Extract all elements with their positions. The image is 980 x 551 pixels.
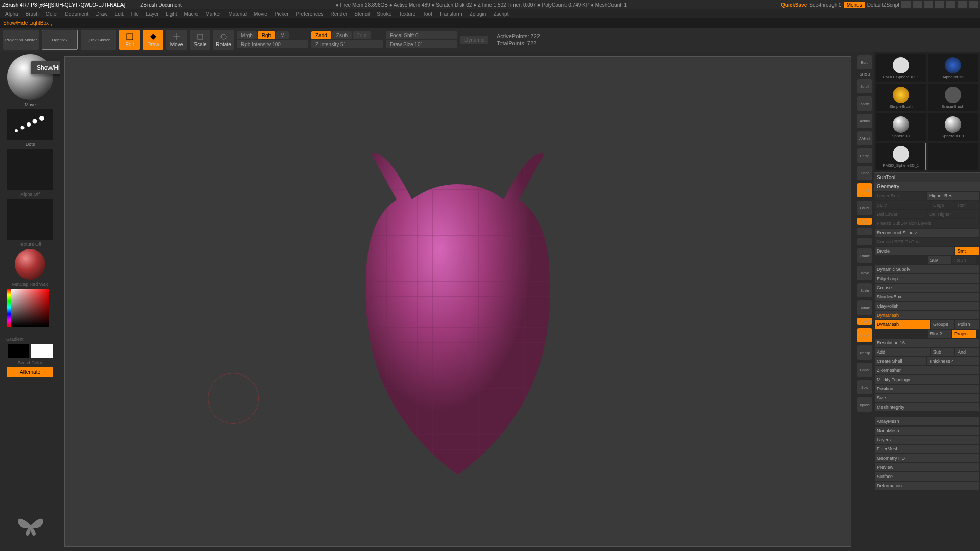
tool-slot-4[interactable]: Sphere3D — [876, 113, 926, 141]
dynamic-subdiv-header[interactable]: Dynamic Subdiv — [875, 265, 979, 273]
del-lower-button[interactable]: Del Lower — [875, 210, 926, 218]
close-button[interactable] — [969, 1, 978, 8]
actual-button[interactable]: Actual — [857, 114, 872, 128]
menu-light[interactable]: Light — [166, 11, 177, 17]
menu-material[interactable]: Material — [229, 11, 247, 17]
tool-slot-7[interactable] — [928, 143, 978, 170]
hue-strip[interactable] — [7, 289, 11, 327]
scale-nav-button[interactable]: Scale — [857, 283, 872, 297]
arraymesh-header[interactable]: ArrayMesh — [875, 417, 979, 425]
menu-picker[interactable]: Picker — [275, 11, 289, 17]
groups-button[interactable]: Groups — [931, 320, 954, 329]
higher-res-button[interactable]: Higher Res — [927, 192, 979, 200]
resolution-slider[interactable]: Resolution 16 — [875, 339, 979, 347]
floor-button[interactable]: Floor — [857, 166, 872, 180]
axis-z-button[interactable] — [857, 238, 872, 245]
tool-slot-3[interactable]: EraserBrush — [928, 84, 978, 111]
menu-draw[interactable]: Draw — [95, 11, 107, 17]
mrgb-button[interactable]: Mrgb — [237, 31, 257, 39]
secondary-color-swatch[interactable] — [31, 344, 53, 358]
menu-document[interactable]: Document — [65, 11, 89, 17]
reconstruct-subdiv-button[interactable]: Reconstruct Subdiv — [875, 229, 979, 237]
lower-res-button[interactable]: Lower Res — [875, 192, 926, 200]
texture-selector[interactable] — [7, 199, 53, 240]
menu-transform[interactable]: Transform — [439, 11, 462, 17]
menu-color[interactable]: Color — [46, 11, 58, 17]
linefill-button[interactable]: Line Fill — [857, 318, 872, 325]
color-field[interactable] — [11, 289, 49, 327]
menu-stroke[interactable]: Stroke — [377, 11, 391, 17]
lightbox-button[interactable]: LightBox — [42, 30, 78, 50]
menu-marker[interactable]: Marker — [205, 11, 221, 17]
menu-macro[interactable]: Macro — [184, 11, 199, 17]
persp-button[interactable]: Persp — [857, 148, 872, 163]
ghost-button[interactable]: Ghost — [857, 363, 872, 377]
convert-bpr-button[interactable]: Convert BPR To Geo — [875, 238, 979, 246]
window-btn-1[interactable] — [901, 1, 911, 8]
viewport[interactable] — [64, 56, 851, 547]
move-mode-button[interactable]: Move — [166, 30, 187, 50]
window-btn-3[interactable] — [924, 1, 933, 8]
draw-size-slider[interactable]: Draw Size 101 — [386, 40, 457, 48]
position-header[interactable]: Position — [875, 385, 979, 393]
tool-slot-2[interactable]: SimpleBrush — [876, 84, 926, 111]
thickness-slider[interactable]: Thickness 4 — [927, 357, 979, 365]
del-higher-button[interactable]: Del Higher — [927, 210, 979, 218]
resh-button[interactable]: ReSh — [952, 256, 976, 264]
color-picker[interactable] — [7, 289, 53, 335]
menu-render[interactable]: Render — [331, 11, 348, 17]
edgeloop-header[interactable]: EdgeLoop — [875, 274, 979, 283]
nanomesh-header[interactable]: NanoMesh — [875, 427, 979, 435]
project-button[interactable]: Project — [952, 330, 976, 338]
zoom-button[interactable]: Zoom — [857, 96, 872, 111]
menu-edit[interactable]: Edit — [115, 11, 124, 17]
focal-shift-slider[interactable]: Focal Shift 0 — [386, 31, 457, 39]
axis-y-button[interactable] — [857, 228, 872, 235]
size-header[interactable]: Size — [875, 394, 979, 402]
dynamic-toggle[interactable]: Dynamic — [460, 36, 488, 44]
maximize-button[interactable] — [958, 1, 967, 8]
subtool-header[interactable]: SubTool — [874, 172, 980, 182]
polyf-button[interactable]: PolyF — [857, 328, 872, 342]
zadd-button[interactable]: Zadd — [311, 31, 331, 39]
local-button[interactable]: Local — [857, 183, 872, 197]
z-intensity-slider[interactable]: Z Intensity 51 — [311, 40, 383, 48]
blur-slider[interactable]: Blur 2 — [928, 330, 951, 338]
menu-stencil[interactable]: Stencil — [354, 11, 370, 17]
alternate-button[interactable]: Alternate — [7, 367, 53, 377]
fibermesh-header[interactable]: FiberMesh — [875, 445, 979, 453]
rstr-button[interactable]: Rstr — [955, 201, 979, 209]
menu-file[interactable]: File — [131, 11, 139, 17]
xpose-button[interactable]: Xpose — [857, 397, 872, 412]
material-selector[interactable] — [15, 249, 45, 280]
and-button[interactable]: And — [955, 348, 979, 356]
shadowbox-header[interactable]: ShadowBox — [875, 293, 979, 301]
scroll-button[interactable]: Scroll — [857, 79, 872, 93]
zcut-button[interactable]: Zcut — [353, 31, 371, 39]
layers-header[interactable]: Layers — [875, 436, 979, 444]
tool-slot-0[interactable]: PM3D_Sphere3D_1 — [876, 54, 926, 82]
sdiv-slider[interactable]: SDiv — [875, 201, 930, 209]
geometryhd-header[interactable]: Geometry HD — [875, 454, 979, 462]
alpha-selector[interactable] — [7, 149, 53, 190]
menus-toggle[interactable]: Menus — [844, 2, 865, 8]
rgb-button[interactable]: Rgb — [258, 31, 275, 39]
draw-mode-button[interactable]: Draw — [143, 30, 163, 50]
tool-slot-6[interactable]: PM3D_Sphere3D_1 — [876, 143, 926, 170]
surface-header[interactable]: Surface — [875, 472, 979, 481]
claypolish-header[interactable]: ClayPolish — [875, 302, 979, 310]
edit-mode-button[interactable]: Edit — [119, 30, 140, 50]
zsub-button[interactable]: Zsub — [332, 31, 352, 39]
deformation-header[interactable]: Deformation — [875, 482, 979, 490]
bord-button[interactable]: Bord — [857, 55, 872, 69]
rotate-nav-button[interactable]: Rotate — [857, 300, 872, 315]
add-button[interactable]: Add — [875, 348, 930, 356]
default-script[interactable]: DefaultZScript — [867, 2, 899, 8]
zremesher-header[interactable]: ZRemesher — [875, 366, 979, 374]
menu-preferences[interactable]: Preferences — [296, 11, 324, 17]
cage-button[interactable]: Cage — [931, 201, 954, 209]
tool-slot-1[interactable]: AlphaBrush — [928, 54, 978, 82]
spix-label[interactable]: SPix 3 — [860, 72, 870, 76]
divide-button[interactable]: Divide — [875, 247, 954, 255]
frame-button[interactable]: Frame — [857, 248, 872, 263]
